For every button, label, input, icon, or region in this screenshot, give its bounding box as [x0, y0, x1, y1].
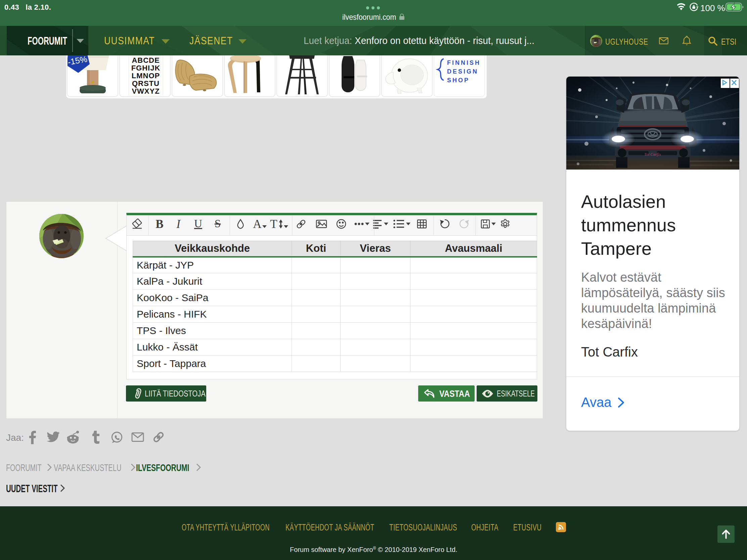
svg-text:ABCDE: ABCDE [132, 56, 159, 64]
svg-text:VWXYZ: VWXYZ [132, 87, 159, 95]
svg-text:LMNOP: LMNOP [132, 72, 160, 80]
svg-text:FINNISH: FINNISH [447, 59, 481, 66]
svg-text:FGHIJK: FGHIJK [131, 64, 160, 72]
svg-text:I: I [176, 218, 181, 231]
svg-text:Tot Carfix: Tot Carfix [644, 152, 661, 157]
svg-text:T: T [270, 218, 277, 231]
svg-text:SHOP: SHOP [447, 77, 469, 84]
svg-text:QRSTU: QRSTU [132, 79, 159, 88]
svg-text:U: U [194, 218, 202, 230]
svg-text:B: B [156, 218, 163, 231]
svg-text:S: S [215, 218, 221, 230]
svg-text:A: A [253, 218, 262, 231]
svg-text:DESIGN: DESIGN [447, 68, 478, 75]
